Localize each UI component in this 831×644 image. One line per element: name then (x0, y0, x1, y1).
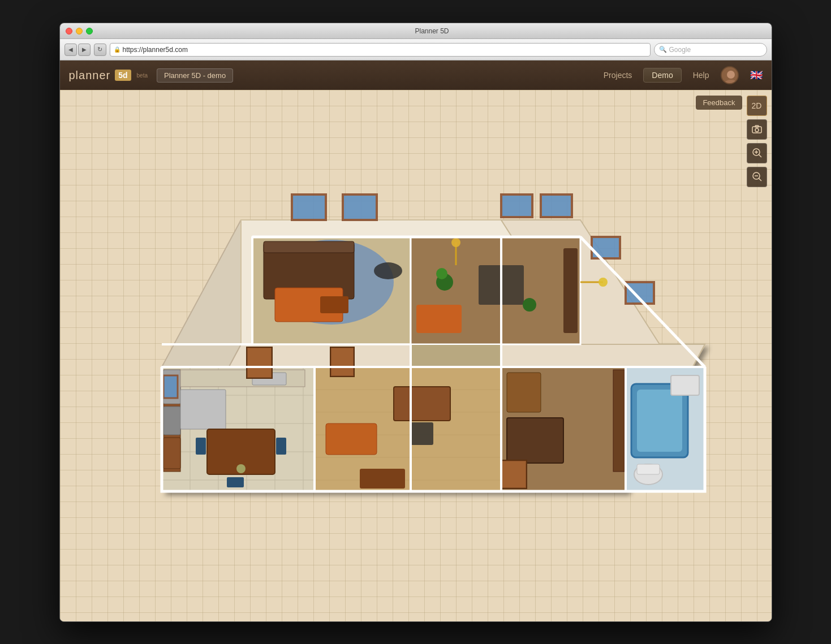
right-toolbar: 2D (747, 96, 767, 187)
svg-rect-48 (276, 438, 286, 455)
minimize-button[interactable] (76, 28, 83, 34)
search-placeholder-text: Google (669, 46, 691, 54)
svg-point-12 (374, 262, 402, 279)
svg-point-23 (451, 238, 460, 247)
svg-rect-10 (264, 241, 354, 253)
app-header: planner 5d beta Planner 5D - demo Projec… (60, 60, 772, 90)
zoom-in-icon (751, 147, 763, 160)
svg-rect-15 (343, 195, 377, 220)
svg-rect-40 (163, 438, 180, 469)
svg-rect-60 (326, 423, 377, 455)
nav-demo[interactable]: Demo (643, 68, 681, 83)
svg-rect-20 (416, 305, 462, 333)
svg-marker-78 (411, 344, 501, 367)
svg-rect-61 (360, 469, 405, 489)
svg-point-21 (523, 298, 536, 312)
svg-rect-67 (507, 373, 541, 412)
svg-rect-13 (320, 296, 348, 313)
svg-line-95 (759, 154, 761, 157)
nav-projects[interactable]: Projects (604, 71, 632, 80)
svg-rect-51 (163, 375, 178, 398)
main-content: Feedback 2D (60, 90, 772, 621)
zoom-out-button[interactable] (747, 167, 767, 187)
svg-rect-26 (563, 248, 578, 333)
back-button[interactable]: ◀ (64, 44, 77, 56)
svg-point-90 (599, 278, 608, 287)
svg-rect-14 (292, 195, 326, 220)
svg-rect-75 (671, 375, 699, 395)
svg-point-1 (727, 71, 735, 79)
nav-help[interactable]: Help (693, 71, 709, 80)
nav-buttons: ◀ ▶ (64, 44, 91, 56)
window-title: Planner 5D (98, 27, 766, 35)
svg-rect-25 (541, 195, 572, 217)
search-bar[interactable]: 🔍 Google (654, 43, 767, 57)
maximize-button[interactable] (86, 28, 93, 34)
svg-point-50 (236, 464, 246, 473)
svg-line-99 (759, 178, 761, 181)
svg-rect-66 (507, 418, 563, 463)
svg-rect-49 (227, 477, 244, 487)
svg-rect-39 (163, 407, 180, 435)
svg-rect-59 (411, 422, 433, 445)
svg-rect-69 (502, 461, 526, 487)
2d-label: 2D (752, 101, 762, 110)
browser-chrome: ◀ ▶ ↻ 🔒 https://planner5d.com 🔍 Google (60, 39, 772, 60)
forward-button[interactable]: ▶ (78, 44, 91, 56)
user-avatar[interactable] (721, 66, 739, 84)
url-text: https://planner5d.com (123, 46, 188, 54)
refresh-button[interactable]: ↻ (94, 44, 106, 56)
address-bar[interactable]: 🔒 https://planner5d.com (110, 43, 651, 57)
svg-rect-72 (637, 390, 682, 452)
zoom-out-icon (751, 171, 763, 184)
screenshot-button[interactable] (747, 119, 767, 140)
svg-rect-63 (331, 348, 353, 375)
search-icon: 🔍 (659, 46, 667, 53)
traffic-lights (66, 28, 93, 34)
svg-rect-74 (637, 464, 660, 474)
logo-area: planner 5d beta (69, 69, 148, 82)
close-button[interactable] (66, 28, 72, 34)
zoom-in-button[interactable] (747, 143, 767, 163)
beta-badge: beta (137, 72, 148, 79)
header-nav: Projects Demo Help 🇬🇧 (604, 66, 763, 84)
mac-window: Planner 5D ◀ ▶ ↻ 🔒 https://planner5d.com… (59, 23, 772, 622)
camera-icon (751, 123, 763, 136)
logo-5d: 5d (115, 70, 131, 81)
svg-rect-43 (180, 390, 226, 429)
svg-rect-58 (394, 387, 450, 421)
svg-rect-47 (196, 438, 206, 455)
svg-rect-45 (248, 348, 271, 377)
feedback-button[interactable]: Feedback (696, 96, 742, 110)
floorplan-scene[interactable] (60, 90, 772, 621)
svg-point-19 (436, 268, 447, 279)
svg-point-92 (755, 128, 759, 132)
project-name-bar[interactable]: Planner 5D - demo (157, 68, 233, 83)
title-bar: Planner 5D (60, 23, 772, 39)
svg-rect-65 (613, 370, 625, 472)
2d-toggle-button[interactable]: 2D (747, 96, 767, 116)
svg-rect-24 (501, 195, 532, 217)
lock-icon: 🔒 (114, 46, 120, 53)
flag-icon[interactable]: 🇬🇧 (750, 69, 763, 81)
logo-text: planner (69, 69, 111, 82)
